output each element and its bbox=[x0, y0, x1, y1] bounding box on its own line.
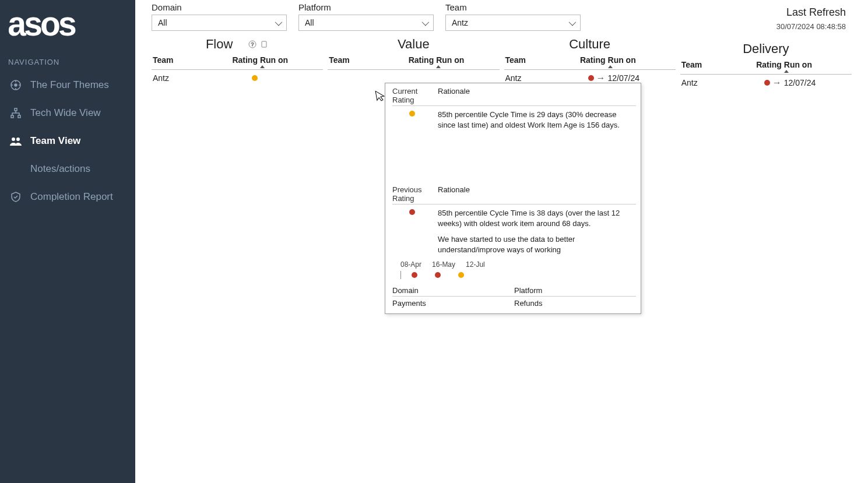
cell-run-on: 12/07/24 bbox=[783, 75, 852, 91]
rating-dot-amber bbox=[409, 111, 415, 117]
tooltip-rationale-header: Rationale bbox=[438, 87, 470, 104]
sidebar-item-completion-report[interactable]: Completion Report bbox=[0, 183, 135, 211]
rating-dot-red bbox=[764, 80, 770, 86]
table-row[interactable]: Antz bbox=[152, 70, 323, 87]
col-team[interactable]: Team bbox=[152, 53, 201, 70]
col-run-on[interactable]: Run on bbox=[435, 53, 499, 70]
filter-team-value: Antz bbox=[452, 18, 468, 27]
meta-domain-header: Domain bbox=[392, 286, 514, 297]
timeline-label: 16-May bbox=[432, 260, 455, 269]
panel-flow: Flow ? Team Rating Run on bbox=[152, 37, 323, 91]
panel-title: Culture bbox=[504, 37, 676, 53]
svg-point-5 bbox=[12, 138, 15, 141]
themes-icon bbox=[9, 79, 22, 91]
filter-platform-select[interactable]: All bbox=[298, 15, 434, 31]
shield-icon bbox=[9, 191, 22, 203]
chevron-down-icon bbox=[569, 18, 574, 27]
panel-title: Delivery bbox=[680, 41, 852, 58]
grid-flow: Team Rating Run on Antz bbox=[152, 53, 323, 86]
col-run-on[interactable]: Run on bbox=[259, 53, 323, 70]
sort-asc-icon bbox=[784, 70, 789, 73]
col-rating[interactable]: Rating bbox=[201, 53, 259, 70]
svg-rect-4 bbox=[18, 115, 20, 118]
panel-delivery: Delivery Team Rating Run on Antz → bbox=[680, 41, 852, 91]
chevron-down-icon bbox=[422, 18, 427, 27]
grid-value: Team Rating Run on bbox=[328, 53, 499, 70]
col-rating[interactable]: Rating bbox=[727, 58, 783, 75]
trend-arrow-icon: → bbox=[596, 73, 606, 83]
rating-tooltip: Current Rating Rationale 85th percentile… bbox=[385, 83, 641, 314]
grid-culture: Team Rating Run on Antz → 12/07/24 bbox=[504, 53, 676, 86]
tooltip-current-header: Current Rating bbox=[392, 87, 438, 104]
tooltip-previous-rationale: 85th percentile Cycle Time is 38 days (o… bbox=[438, 208, 636, 228]
help-icon[interactable]: ? bbox=[248, 40, 257, 50]
rating-dot-red bbox=[409, 209, 415, 215]
nav-header: NAVIGATION bbox=[0, 51, 135, 71]
filter-domain-value: All bbox=[158, 18, 167, 27]
cell-team: Antz bbox=[152, 70, 201, 87]
filter-bar: Domain All Platform All Team Antz bbox=[135, 0, 868, 33]
panel-title: Flow bbox=[206, 37, 233, 51]
cell-run-on bbox=[259, 70, 323, 87]
sidebar-item-team-view[interactable]: Team View bbox=[0, 127, 135, 155]
hierarchy-icon bbox=[9, 107, 22, 119]
col-team[interactable]: Team bbox=[328, 53, 377, 70]
cell-rating: → bbox=[727, 75, 783, 91]
tooltip-previous-note: We have started to use the data to bette… bbox=[438, 234, 636, 255]
col-run-on[interactable]: Run on bbox=[783, 58, 852, 75]
main: Domain All Platform All Team Antz bbox=[135, 0, 868, 483]
sidebar-item-notes-actions[interactable]: Notes/actions bbox=[0, 155, 135, 183]
meta-platform-value: Refunds bbox=[514, 299, 636, 308]
sidebar-item-label: Completion Report bbox=[30, 191, 113, 203]
col-rating[interactable]: Rating bbox=[377, 53, 435, 70]
people-icon bbox=[9, 135, 22, 147]
brand-logo: asos bbox=[0, 3, 128, 51]
grid-delivery: Team Rating Run on Antz → 12/07/24 bbox=[680, 58, 852, 91]
svg-point-6 bbox=[16, 138, 20, 141]
svg-rect-3 bbox=[11, 115, 13, 118]
filter-domain-label: Domain bbox=[152, 2, 287, 12]
tooltip-rationale-header: Rationale bbox=[438, 185, 470, 203]
sort-asc-icon bbox=[608, 65, 613, 68]
sidebar-item-label: The Four Themes bbox=[30, 79, 109, 91]
filter-domain-select[interactable]: All bbox=[152, 15, 287, 31]
svg-point-1 bbox=[15, 84, 17, 86]
sidebar-item-four-themes[interactable]: The Four Themes bbox=[0, 71, 135, 99]
col-team[interactable]: Team bbox=[504, 53, 551, 70]
timeline-dot bbox=[412, 272, 417, 278]
col-rating[interactable]: Rating bbox=[550, 53, 606, 70]
sort-asc-icon bbox=[436, 65, 441, 68]
tooltip-current-rationale: 85th percentile Cycle Time is 29 days (3… bbox=[438, 110, 636, 144]
last-refresh-value: 30/07/2024 08:48:58 bbox=[776, 22, 846, 31]
col-team[interactable]: Team bbox=[680, 58, 727, 75]
svg-rect-2 bbox=[15, 108, 17, 111]
copy-icon[interactable] bbox=[259, 40, 269, 50]
last-refresh: Last Refresh 30/07/2024 08:48:58 bbox=[776, 6, 858, 31]
tooltip-previous-header: Previous Rating bbox=[392, 185, 438, 203]
rating-dot-amber bbox=[252, 75, 258, 81]
filter-platform-value: All bbox=[305, 18, 314, 27]
filter-team-select[interactable]: Antz bbox=[445, 15, 581, 31]
sidebar-item-label: Tech Wide View bbox=[30, 107, 101, 119]
filter-team-label: Team bbox=[445, 2, 581, 12]
sidebar-item-tech-wide-view[interactable]: Tech Wide View bbox=[0, 99, 135, 127]
meta-domain-value: Payments bbox=[392, 299, 514, 308]
cell-team: Antz bbox=[680, 75, 727, 91]
table-row[interactable]: Antz → 12/07/24 bbox=[680, 75, 852, 91]
panel-title: Value bbox=[328, 37, 499, 53]
timeline-dot bbox=[435, 272, 441, 278]
meta-platform-header: Platform bbox=[514, 286, 636, 297]
rating-dot-red bbox=[588, 75, 594, 81]
timeline-dot bbox=[458, 272, 464, 278]
filter-platform-label: Platform bbox=[298, 2, 434, 12]
sidebar-item-label: Notes/actions bbox=[30, 163, 90, 175]
filter-domain: Domain All bbox=[152, 2, 287, 31]
tooltip-meta: Domain Payments Platform Refunds bbox=[392, 286, 636, 308]
chevron-down-icon bbox=[275, 18, 280, 27]
svg-text:?: ? bbox=[251, 41, 254, 47]
sidebar-item-label: Team View bbox=[30, 135, 80, 147]
filter-platform: Platform All bbox=[298, 2, 434, 31]
trend-arrow-icon: → bbox=[772, 78, 782, 87]
col-run-on[interactable]: Run on bbox=[607, 53, 676, 70]
timeline-label: 12-Jul bbox=[466, 260, 485, 269]
